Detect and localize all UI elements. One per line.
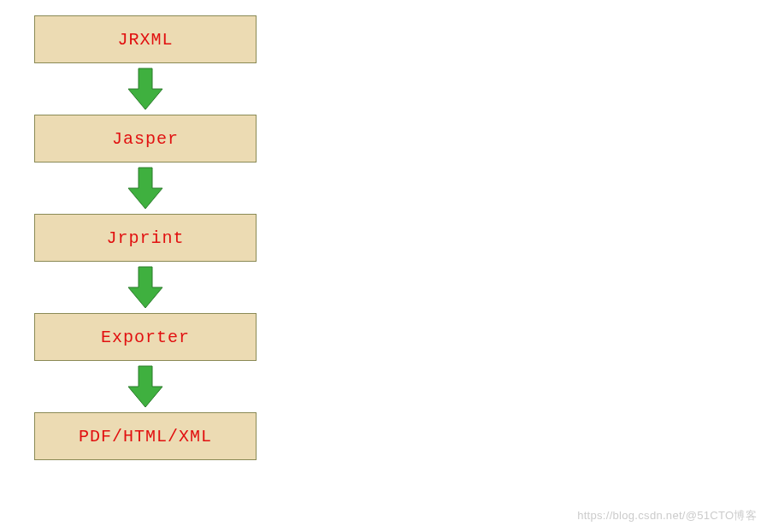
down-arrow-icon [127,364,164,409]
box-exporter-label: Exporter [101,328,190,347]
box-jrxml: JRXML [34,15,257,63]
flowchart: JRXML Jasper Jrprint Exporter PDF/HTML/X… [9,0,282,460]
arrow-3 [127,262,164,313]
box-jasper: Jasper [34,115,257,163]
down-arrow-icon [127,265,164,310]
arrow-2 [127,163,164,214]
box-jrprint: Jrprint [34,214,257,262]
box-output-label: PDF/HTML/XML [79,427,212,446]
arrow-1 [127,63,164,115]
watermark: https://blog.csdn.net/@51CTO博客 [577,508,757,523]
box-jrxml-label: JRXML [117,30,173,50]
down-arrow-icon [127,166,164,210]
box-exporter: Exporter [34,313,257,361]
arrow-4 [127,361,164,412]
box-jasper-label: Jasper [112,129,179,149]
down-arrow-icon [127,67,164,111]
box-jrprint-label: Jrprint [106,228,184,248]
box-output: PDF/HTML/XML [34,412,257,460]
